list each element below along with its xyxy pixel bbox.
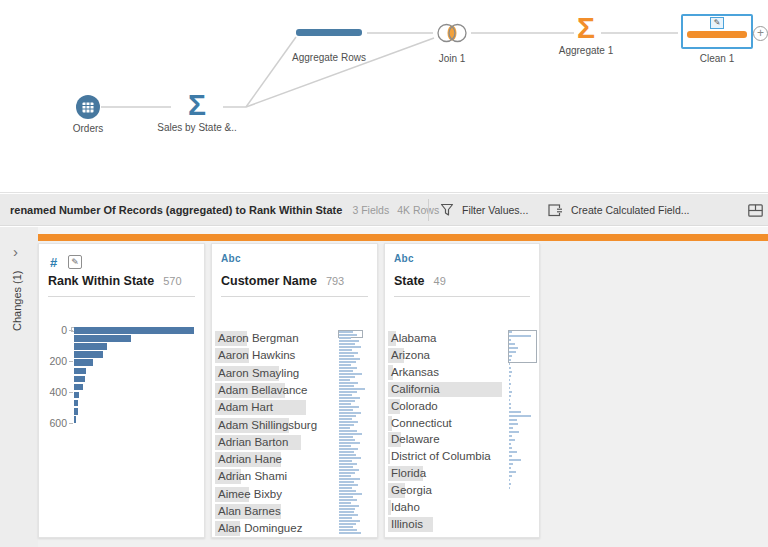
histogram-bar[interactable] [74,400,78,407]
filter-values-button[interactable]: Filter Values... [440,194,528,226]
field-card-state[interactable]: Abc State49 AlabamaArizonaArkansasCalifo… [384,243,540,538]
strip-bar [339,493,362,495]
strip-bar [509,439,515,441]
field-card-rank-within-state[interactable]: # ✎ Rank Within State570 0200400600 [38,243,205,538]
strip-bar [339,415,356,417]
view-toggle-button[interactable] [748,194,763,226]
flow-node-input[interactable]: Orders [53,95,123,134]
add-step-button[interactable]: + [753,26,768,41]
changes-panel-label[interactable]: Changes (1) [11,270,23,331]
strip-bar [509,415,531,417]
strip-bar [339,511,354,513]
create-calculated-field-button[interactable]: Create Calculated Field... [548,194,689,226]
strip-bar [339,370,353,372]
histogram-bar[interactable] [74,368,86,375]
field-title: Customer Name793 [221,274,344,288]
strip-bar [339,346,361,348]
flow-node-aggregate-rows[interactable]: Aggregate Rows [286,29,372,63]
histogram-bar[interactable] [74,335,131,342]
edit-field-icon[interactable]: ✎ [68,255,82,269]
sigma-icon: Σ [546,15,626,41]
number-type-icon[interactable]: # [50,255,58,270]
toolbar-divider [428,199,429,221]
flow-node-aggregate-sales[interactable]: Σ Sales by State &.. [147,92,247,133]
strip-bar [509,351,516,353]
strip-bar [339,517,352,519]
node-label: Aggregate 1 [546,45,626,56]
histogram-bar[interactable] [74,416,76,423]
strip-bar [339,418,352,420]
strip-bar [339,433,362,435]
strip-bar [339,430,357,432]
histogram-bar[interactable] [74,327,194,334]
histogram-bar[interactable] [74,343,107,350]
strip-bar [509,483,511,485]
field-count: 793 [326,275,344,287]
histogram-bar[interactable] [74,408,78,415]
histogram-bar[interactable] [74,392,79,399]
strip-bar [339,520,360,522]
strip-bar [339,421,358,423]
histogram-bar[interactable] [74,351,103,358]
strip-bar [339,394,352,396]
value-text: Illinois [391,518,423,530]
strip-bar [509,363,510,365]
strip-bar [509,347,518,349]
strip-bar [339,424,354,426]
strip-bar [509,427,513,429]
strip-bar [339,481,354,483]
flow-node-aggregate-1[interactable]: Σ Aggregate 1 [546,15,626,56]
strip-bar [339,382,358,384]
strip-bar [509,403,511,405]
fields-count: 3 Fields [352,204,389,216]
value-text: Adam Bellavance [218,384,308,396]
table-icon [76,95,100,119]
strip-bar [509,443,511,445]
value-text: Adrian Hane [218,453,282,465]
axis-tick-label: 0 [39,324,67,336]
strip-bar [509,339,511,341]
edit-annotation-icon[interactable]: ✎ [710,17,724,29]
node-label: Join 1 [417,53,487,64]
strip-bar [339,385,354,387]
strip-bar [509,375,511,377]
value-text: Alan Dominguez [218,522,302,534]
view-toggle-icon [748,204,763,217]
histogram-bar[interactable] [74,376,85,383]
histogram-bar[interactable] [74,384,83,391]
strip-bar [339,502,351,504]
node-label: Orders [53,123,123,134]
field-title: Rank Within State570 [48,274,182,288]
value-overview-strip [509,331,537,527]
strip-bar [509,419,517,421]
string-type-icon[interactable]: Abc [394,253,414,264]
strip-bar [339,457,361,459]
strip-bar [509,331,512,333]
strip-bar [339,490,356,492]
histogram-bar[interactable] [74,359,93,366]
value-text: Adam Shillingsburg [218,419,317,431]
value-text: District of Columbia [391,450,491,462]
field-row-counts: 3 Fields4K Rows [352,204,447,216]
strip-bar [509,451,517,453]
strip-bar [339,352,358,354]
strip-bar [509,423,518,425]
strip-bar [339,478,360,480]
strip-bar [509,387,510,389]
flow-node-join[interactable]: Join 1 [417,20,487,64]
value-frequency-bar [388,449,390,464]
strip-bar [339,475,351,477]
strip-bar [339,403,351,405]
axis-tick-label: 400 [39,386,67,398]
strip-bar [339,487,352,489]
strip-bar [339,376,355,378]
strip-bar [509,411,521,413]
aggregate-bar-icon [296,29,362,36]
field-card-customer-name[interactable]: Abc Customer Name793 Aaron BergmanAaron … [211,243,378,538]
strip-bar [339,400,355,402]
expand-changes-chevron-icon[interactable]: › [13,243,18,260]
string-type-icon[interactable]: Abc [221,253,241,264]
flow-node-clean-selected[interactable]: ✎ Clean 1 [678,14,756,64]
strip-bar [339,343,355,345]
header-divider [394,296,530,297]
